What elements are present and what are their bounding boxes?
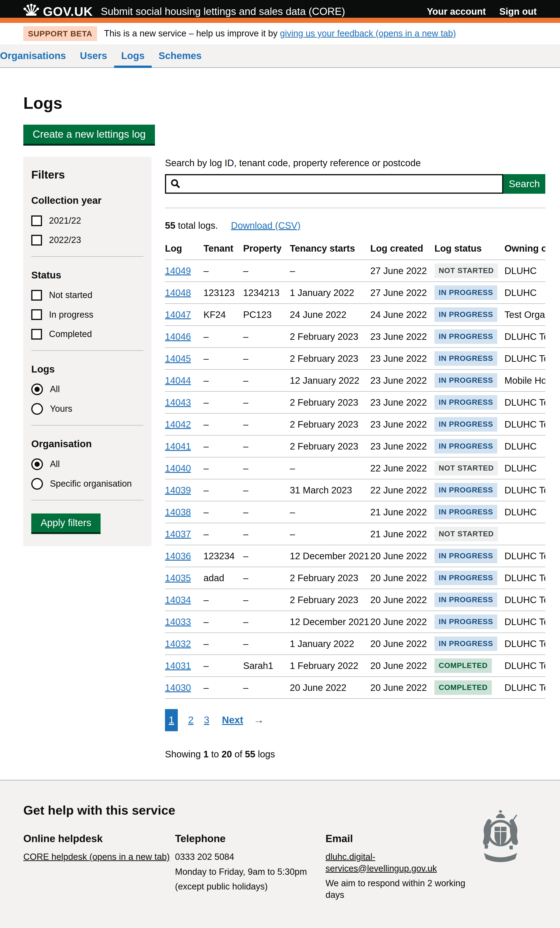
search-input[interactable] — [165, 174, 503, 194]
log-id-link[interactable]: 14032 — [165, 639, 191, 649]
results-count: 55 — [165, 220, 175, 230]
checkbox-option-in-progress[interactable]: In progress — [31, 309, 143, 321]
nav-tab-schemes[interactable]: Schemes — [152, 44, 209, 67]
status-badge: IN PROGRESS — [435, 351, 497, 366]
table-row: 14038–––21 June 2022IN PROGRESSDLUHC — [165, 501, 545, 523]
radio-input[interactable] — [31, 458, 43, 470]
column-header: Owning or — [505, 242, 545, 260]
feedback-link[interactable]: giving us your feedback (opens in a new … — [280, 29, 456, 38]
cell-tenant: – — [203, 369, 243, 391]
checkbox-input[interactable] — [31, 235, 42, 246]
nav-tab-logs[interactable]: Logs — [114, 44, 151, 67]
log-id-link[interactable]: 14049 — [165, 266, 191, 276]
log-id-link[interactable]: 14042 — [165, 419, 191, 429]
status-badge: NOT STARTED — [435, 527, 498, 541]
footer-column-email: Emaildluhc.digital-services@levellingup.… — [325, 832, 479, 901]
log-id-link[interactable]: 14030 — [165, 682, 191, 693]
support-beta-tag: SUPPORT BETA — [23, 26, 97, 41]
download-csv-link[interactable]: Download (CSV) — [231, 220, 301, 230]
phase-banner: SUPPORT BETA This is a new service – hel… — [0, 23, 560, 44]
nav-tab-organisations[interactable]: Organisations — [0, 44, 73, 67]
checkbox-option-not-started[interactable]: Not started — [31, 289, 143, 301]
log-id-link[interactable]: 14043 — [165, 397, 191, 408]
filter-divider — [31, 500, 143, 501]
cell-log_created: 21 June 2022 — [370, 523, 435, 545]
footer-link[interactable]: CORE helpdesk (opens in a new tab) — [23, 852, 169, 862]
log-id-link[interactable]: 14040 — [165, 463, 191, 473]
cell-tenancy_starts: 2 February 2023 — [290, 391, 370, 414]
log-id-link[interactable]: 14044 — [165, 375, 191, 386]
table-row: 14035adad–2 February 202320 June 2022IN … — [165, 567, 545, 589]
log-id-link[interactable]: 14033 — [165, 617, 191, 627]
log-id-link[interactable]: 14047 — [165, 310, 191, 320]
cell-tenant: 123123 — [203, 282, 243, 304]
radio-input[interactable] — [31, 478, 43, 490]
radio-input[interactable] — [31, 383, 43, 395]
summary-text: of — [232, 749, 245, 759]
radio-option-all[interactable]: All — [31, 383, 143, 395]
cell-owning-organisation — [505, 523, 545, 545]
cell-tenant: – — [203, 457, 243, 479]
your-account-link[interactable]: Your account — [427, 5, 486, 17]
crown-copyright-link[interactable]: © Crown copyright — [464, 926, 537, 928]
nav-tab-users[interactable]: Users — [73, 44, 114, 67]
page-link-2[interactable]: 2 — [188, 714, 194, 727]
cell-tenancy_starts: – — [290, 457, 370, 479]
log-id-link[interactable]: 14041 — [165, 441, 191, 452]
next-page-link[interactable]: Next — [222, 714, 243, 727]
cell-property: – — [243, 414, 290, 435]
radio-option-all[interactable]: All — [31, 458, 143, 470]
log-id-link[interactable]: 14034 — [165, 595, 191, 605]
checkbox-option-2021-22[interactable]: 2021/22 — [31, 215, 143, 226]
cell-tenancy_starts: 24 June 2022 — [290, 304, 370, 326]
checkbox-input[interactable] — [31, 309, 42, 320]
cell-owning-organisation: DLUHC Tes — [505, 326, 545, 348]
checkbox-option-2022-23[interactable]: 2022/23 — [31, 234, 143, 246]
cell-property: – — [243, 677, 290, 699]
filter-divider — [31, 256, 143, 257]
footer-text-line: 0333 202 5084 — [175, 851, 325, 862]
checkbox-input[interactable] — [31, 329, 42, 340]
radio-input[interactable] — [31, 403, 43, 415]
option-label: Completed — [49, 328, 92, 340]
govuk-logo[interactable]: GOV.UK — [23, 3, 93, 20]
checkbox-input[interactable] — [31, 215, 42, 226]
table-row: 14041––2 February 202323 June 2022IN PRO… — [165, 435, 545, 457]
service-name[interactable]: Submit social housing lettings and sales… — [101, 5, 427, 18]
summary-to: 20 — [221, 749, 232, 759]
log-id-link[interactable]: 14046 — [165, 331, 191, 342]
filter-group-label: Collection year — [31, 194, 143, 207]
cell-property: – — [243, 326, 290, 348]
log-id-link[interactable]: 14045 — [165, 353, 191, 364]
log-id-link[interactable]: 14036 — [165, 551, 191, 561]
phase-banner-text: This is a new service – help us improve … — [104, 28, 456, 39]
checkbox-option-completed[interactable]: Completed — [31, 328, 143, 340]
cell-tenant: – — [203, 348, 243, 369]
page-current[interactable]: 1 — [165, 709, 178, 731]
cell-tenant: – — [203, 677, 243, 699]
footer-link[interactable]: dluhc.digital-services@levellingup.gov.u… — [325, 852, 437, 873]
results-count-suffix: total logs. — [175, 220, 218, 230]
log-id-link[interactable]: 14035 — [165, 573, 191, 583]
log-id-link[interactable]: 14048 — [165, 287, 191, 298]
page-link-3[interactable]: 3 — [204, 714, 209, 727]
log-id-link[interactable]: 14031 — [165, 661, 191, 671]
log-id-link[interactable]: 14039 — [165, 485, 191, 495]
cell-property: – — [243, 260, 290, 282]
privacy-notice-link[interactable]: Privacy notice — [23, 926, 79, 928]
search-button[interactable]: Search — [503, 174, 545, 194]
radio-option-specific-organisation[interactable]: Specific organisation — [31, 478, 143, 490]
summary-text: Showing — [165, 749, 203, 759]
main-content: Logs Create a new lettings log Filters C… — [23, 93, 537, 760]
table-row: 14031–Sarah11 February 202220 June 2022C… — [165, 655, 545, 677]
checkbox-input[interactable] — [31, 290, 42, 301]
cell-log_created: 20 June 2022 — [370, 611, 435, 633]
sign-out-link[interactable]: Sign out — [499, 5, 537, 17]
log-id-link[interactable]: 14037 — [165, 529, 191, 539]
create-lettings-log-button[interactable]: Create a new lettings log — [23, 125, 155, 144]
apply-filters-button[interactable]: Apply filters — [31, 513, 101, 532]
radio-option-yours[interactable]: Yours — [31, 403, 143, 415]
status-badge: IN PROGRESS — [435, 505, 497, 519]
status-badge: IN PROGRESS — [435, 373, 497, 388]
log-id-link[interactable]: 14038 — [165, 507, 191, 517]
